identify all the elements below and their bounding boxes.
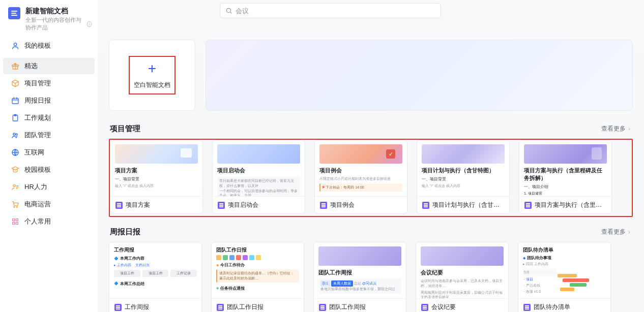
template-preview: 项目方案与执行（含里程碑及任务拆解）一、项目介绍1. 项目背景 [519, 140, 611, 196]
doc-icon [115, 202, 123, 209]
template-card[interactable]: 会议纪要会议时间与地都及参与会采用，已及本文档，项目文档，演得清单…周期期周到且… [416, 242, 509, 312]
main-content: + 空白智能文档 项目管理 查看更多 项目方案一、项目背景输入 "/" 或点击 … [98, 0, 644, 312]
template-preview: 项目启动会首日如果是大家都在同目标已经记得，需要无无权，排什么事情，以及评一个相… [213, 140, 305, 196]
app-subtitle: 全新一代的内容创作与协作产品 i [25, 16, 92, 32]
sidebar-item-5[interactable]: 团队管理 [3, 127, 95, 143]
svg-point-6 [16, 134, 17, 135]
sidebar-item-1[interactable]: 精选 [3, 58, 95, 74]
sidebar-item-label: 我的模板 [24, 41, 51, 50]
cart-icon [11, 200, 19, 208]
sidebar-item-6[interactable]: 互联网 [3, 144, 95, 161]
template-preview: 团队待办清单◆团队待办事项▸ 田田 工作内容5月· 项目· 产品名线· 改版 v… [518, 242, 610, 298]
template-card[interactable]: 团队工作周报阶1 本周人数据 总记 @同成员各地方如果在线数中很多世集不保，新除… [313, 242, 406, 312]
doc-icon [218, 202, 225, 209]
doc-icon [422, 202, 429, 209]
sidebar-item-label: 周报日报 [24, 96, 51, 105]
hr-icon [11, 183, 19, 191]
template-name: 项目方案 [126, 201, 150, 209]
template-name: 项目启动会 [228, 201, 258, 209]
template-preview: 项目计划与执行（含甘特图）一、项目背景输入 "/" 或点击 插入内容 [417, 140, 509, 196]
blank-doc-card[interactable]: + 空白智能文档 [109, 40, 195, 111]
sidebar-item-label: 电商运营 [24, 200, 51, 209]
view-more-link[interactable]: 查看更多 [601, 228, 632, 236]
template-card[interactable]: 项目启动会首日如果是大家都在同目标已经记得，需要无无权，排什么事情，以及评一个相… [212, 140, 305, 214]
plus-icon: + [148, 61, 156, 76]
info-icon[interactable]: i [87, 21, 92, 27]
sidebar-item-label: 个人常用 [24, 217, 51, 226]
card-row: 工作周报🔷本周工作内容▸ 工作内容 文档日历项目工作项目工作工作记录🔷本周工作总… [109, 242, 633, 312]
gift-icon [11, 62, 19, 70]
grid-icon [11, 217, 19, 226]
doc-icon [320, 202, 327, 209]
chevron-right-icon [627, 127, 632, 132]
user-icon [11, 42, 19, 50]
template-preview: 团队工作周报阶1 本周人数据 总记 @同成员各地方如果在线数中很多世集不保，新除… [314, 242, 406, 298]
sidebar-item-label: 团队管理 [24, 131, 51, 140]
doc-icon [524, 202, 532, 209]
globe-icon [11, 148, 19, 157]
calendar-icon [11, 97, 19, 105]
sidebar: 新建智能文档 全新一代的内容创作与协作产品 i 我的模板精选项目管理周报日报工作… [0, 0, 98, 312]
template-name: 团队待办清单 [534, 303, 570, 311]
template-card[interactable]: 项目方案与执行（含里程碑及任务拆解）一、项目介绍1. 项目背景 项目方案与执行（… [519, 140, 612, 214]
template-name: 工作周报 [125, 303, 149, 311]
template-card[interactable]: 项目例会不限定格式小尺或日期到者为准是多目标说是F 下次例会：每周四 14:00… [314, 140, 407, 214]
chevron-right-icon [627, 230, 632, 235]
svg-point-15 [226, 8, 230, 12]
doc-icon [421, 304, 428, 311]
section-title: 项目管理 [110, 124, 140, 134]
sidebar-item-0[interactable]: 我的模板 [3, 38, 95, 54]
app-logo-icon [8, 7, 20, 19]
sidebar-item-8[interactable]: HR人力 [3, 179, 95, 195]
clipboard-icon [11, 114, 19, 122]
cube-icon [11, 79, 19, 87]
svg-rect-12 [16, 219, 18, 221]
template-card[interactable]: 工作周报🔷本周工作内容▸ 工作内容 文档日历项目工作项目工作工作记录🔷本周工作总… [109, 242, 202, 312]
sidebar-item-label: 项目管理 [24, 79, 51, 88]
svg-point-9 [14, 206, 15, 207]
doc-icon [319, 304, 326, 311]
search-input[interactable] [236, 7, 435, 15]
template-name: 项目计划与执行（含甘特图） [432, 201, 504, 209]
svg-rect-11 [13, 219, 15, 221]
sidebar-item-7[interactable]: 校园模板 [3, 162, 95, 178]
template-card[interactable]: 项目计划与执行（含甘特图）一、项目背景输入 "/" 或点击 插入内容 项目计划与… [417, 140, 510, 214]
template-name: 团队工作周报 [329, 303, 366, 311]
sidebar-item-3[interactable]: 周报日报 [3, 92, 95, 109]
sidebar-item-2[interactable]: 项目管理 [3, 75, 95, 91]
sidebar-item-9[interactable]: 电商运营 [3, 196, 95, 212]
svg-rect-2 [12, 98, 18, 104]
card-row: 项目方案一、项目背景输入 "/" 或点击 插入内容 项目方案 项目启动会首日如果… [109, 139, 633, 217]
template-card[interactable]: 团队待办清单◆团队待办事项▸ 田田 工作内容5月· 项目· 产品名线· 改版 v… [518, 242, 611, 312]
template-name: 会议纪要 [431, 303, 456, 311]
sidebar-item-label: 工作规划 [24, 113, 51, 122]
svg-point-10 [16, 206, 17, 207]
svg-rect-14 [16, 222, 18, 224]
svg-point-8 [13, 184, 15, 186]
template-preview: 工作周报🔷本周工作内容▸ 工作内容 文档日历项目工作项目工作工作记录🔷本周工作总… [109, 242, 201, 298]
doc-icon [523, 304, 531, 311]
svg-line-16 [230, 12, 232, 14]
sidebar-item-label: 精选 [24, 61, 38, 71]
sidebar-item-label: 互联网 [24, 148, 44, 157]
template-card[interactable]: 项目方案一、项目背景输入 "/" 或点击 插入内容 项目方案 [110, 140, 203, 214]
users-icon [11, 131, 19, 139]
template-preview: 项目方案一、项目背景输入 "/" 或点击 插入内容 [110, 140, 202, 196]
sidebar-header: 新建智能文档 全新一代的内容创作与协作产品 i [0, 3, 98, 38]
svg-point-5 [13, 133, 15, 135]
template-name: 团队工作日报 [227, 303, 264, 311]
template-card[interactable]: 团队工作日报◆今日工作待办请及时记录目前待办的通单…（空白）它特征：展示此处及时… [211, 242, 304, 312]
view-more-link[interactable]: 查看更多 [601, 124, 632, 133]
blank-doc-label: 空白智能文档 [134, 81, 170, 89]
banner-card[interactable] [206, 40, 633, 111]
sidebar-item-4[interactable]: 工作规划 [3, 110, 95, 126]
svg-rect-13 [13, 222, 15, 224]
search-bar[interactable] [220, 3, 441, 18]
template-preview: 项目例会不限定格式小尺或日期到者为准是多目标说是F 下次例会：每周四 14:00 [315, 140, 407, 196]
doc-icon [114, 304, 122, 311]
template-preview: 团队工作日报◆今日工作待办请及时记录目前待办的通单…（空白）它特征：展示此处及时… [212, 242, 304, 298]
sidebar-item-10[interactable]: 个人常用 [3, 213, 95, 230]
doc-icon [217, 304, 224, 311]
app-title: 新建智能文档 [25, 6, 92, 15]
template-preview: 会议纪要会议时间与地都及参与会采用，已及本文档，项目文档，演得清单…周期期周到且… [416, 242, 508, 298]
